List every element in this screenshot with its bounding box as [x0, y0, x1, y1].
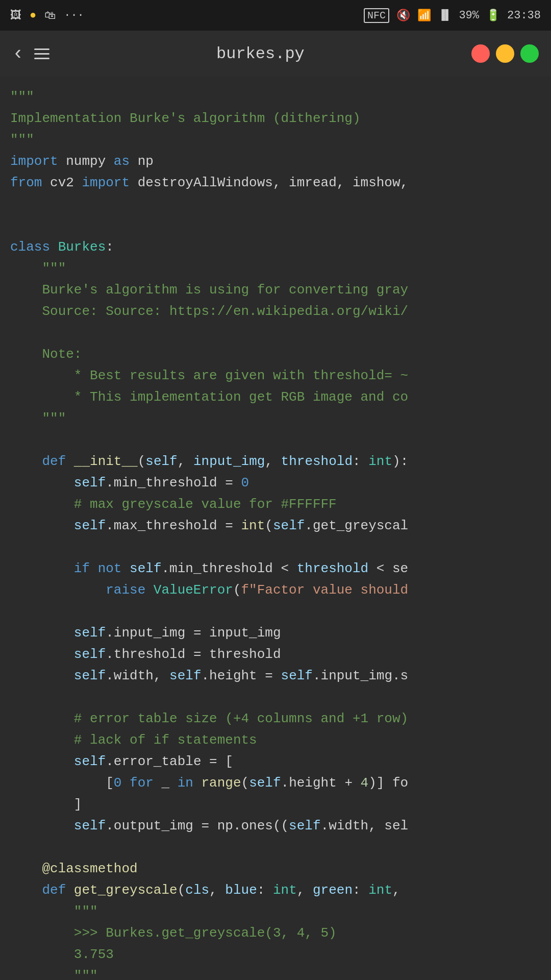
code-line-20: # max greyscale value for #FFFFFF	[0, 494, 551, 516]
title-bar-left: ‹	[12, 43, 49, 65]
status-right-info: NFC 🔇 📶 ▐▌ 39% 🔋 23:38	[364, 8, 541, 23]
code-line-28: self.width, self.height = self.input_img…	[0, 666, 551, 687]
bag-icon: 🛍	[44, 9, 56, 22]
code-line-18: def __init__(self, input_img, threshold:…	[0, 451, 551, 473]
menu-button[interactable]	[34, 48, 49, 59]
code-line-25	[0, 601, 551, 623]
circle-icon: ●	[30, 9, 36, 22]
code-line-6	[0, 194, 551, 215]
code-line-26: self.input_img = input_img	[0, 623, 551, 644]
more-icon: ···	[64, 9, 84, 22]
minimize-dot[interactable]	[496, 44, 514, 63]
code-line-27: self.threshold = threshold	[0, 644, 551, 666]
code-line-24: raise ValueError(f"Factor value should	[0, 580, 551, 601]
code-line-40: >>> Burkes.get_greyscale(3, 4, 5)	[0, 923, 551, 944]
code-line-15: * This implementation get RGB image and …	[0, 387, 551, 408]
code-line-14: * Best results are given with threshold=…	[0, 365, 551, 387]
code-line-30: # error table size (+4 columns and +1 ro…	[0, 708, 551, 730]
mute-icon: 🔇	[396, 9, 410, 22]
code-line-33: [0 for _ in range(self.height + 4)] fo	[0, 773, 551, 794]
battery-icon: 🔋	[486, 9, 500, 22]
status-left-icons: 🖼 ● 🛍 ···	[10, 9, 84, 22]
code-line-22	[0, 537, 551, 558]
battery-level: 39%	[459, 9, 479, 22]
title-bar: ‹ burkes.py	[0, 31, 551, 77]
code-line-23: if not self.min_threshold < threshold < …	[0, 558, 551, 580]
code-line-41: 3.753	[0, 944, 551, 966]
code-line-35: self.output_img = np.ones((self.width, s…	[0, 816, 551, 837]
code-editor[interactable]: """ Implementation Burke's algorithm (di…	[0, 77, 551, 980]
code-line-16: """	[0, 408, 551, 430]
code-line-8: class Burkes:	[0, 237, 551, 258]
code-line-17	[0, 430, 551, 451]
code-line-38: def get_greyscale(cls, blue: int, green:…	[0, 880, 551, 901]
window-controls	[471, 44, 539, 63]
photo-icon: 🖼	[10, 9, 21, 22]
code-line-1: """	[0, 87, 551, 108]
code-line-39: """	[0, 901, 551, 923]
code-line-5: from cv2 import destroyAllWindows, imrea…	[0, 173, 551, 194]
code-line-42: """	[0, 966, 551, 980]
time-display: 23:38	[507, 9, 541, 22]
code-line-12	[0, 323, 551, 344]
code-line-31: # lack of if statements	[0, 730, 551, 751]
code-line-9: """	[0, 258, 551, 280]
signal-icon: ▐▌	[438, 9, 452, 22]
code-line-32: self.error_table = [	[0, 751, 551, 773]
close-dot[interactable]	[471, 44, 490, 63]
code-line-11: Source: Source: https://en.wikipedia.org…	[0, 301, 551, 323]
code-line-4: import numpy as np	[0, 151, 551, 173]
code-line-36	[0, 837, 551, 859]
code-line-19: self.min_threshold = 0	[0, 473, 551, 494]
wifi-icon: 📶	[417, 9, 431, 22]
back-button[interactable]: ‹	[12, 43, 24, 65]
code-line-13: Note:	[0, 344, 551, 365]
code-line-21: self.max_threshold = int(self.get_greysc…	[0, 516, 551, 537]
nfc-icon: NFC	[364, 8, 389, 23]
code-line-7	[0, 215, 551, 237]
code-line-3: """	[0, 130, 551, 151]
code-line-37: @classmethod	[0, 859, 551, 880]
code-line-34: ]	[0, 794, 551, 816]
status-bar: 🖼 ● 🛍 ··· NFC 🔇 📶 ▐▌ 39% 🔋 23:38	[0, 0, 551, 31]
code-line-29	[0, 687, 551, 708]
maximize-dot[interactable]	[520, 44, 539, 63]
file-title: burkes.py	[216, 44, 305, 63]
code-line-10: Burke's algorithm is using for convertin…	[0, 280, 551, 301]
code-line-2: Implementation Burke's algorithm (dither…	[0, 108, 551, 130]
